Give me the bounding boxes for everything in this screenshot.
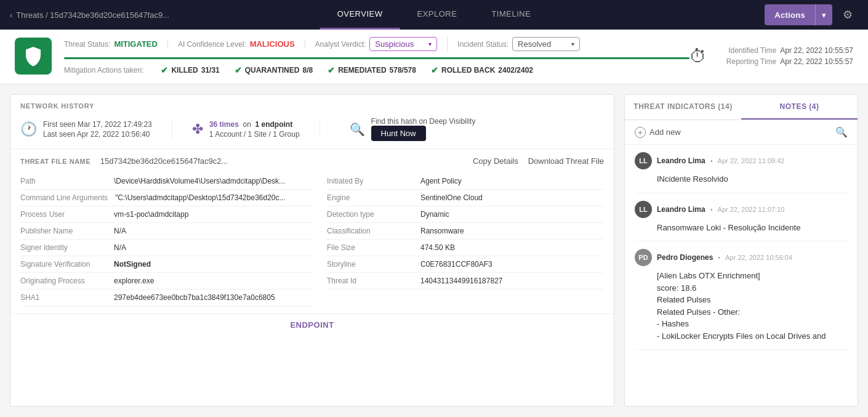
analyst-verdict-dropdown[interactable]: Suspicious ▾: [369, 37, 437, 51]
threat-details-grid: Path \Device\HarddiskVolume4\Users\admdc…: [20, 173, 604, 306]
threat-file-name-group: THREAT FILE NAME 15d7342be36d20ce615647f…: [20, 156, 228, 166]
add-new-button[interactable]: + Add new: [635, 127, 681, 138]
top-navigation: ‹ Threats / 15d7342be36d20ce615647fac9..…: [0, 0, 868, 30]
actions-button[interactable]: Actions ▾: [765, 4, 832, 25]
endpoint-text: 36 times on 1 endpoint 1 Account / 1 Sit…: [209, 120, 300, 139]
plus-icon: +: [635, 127, 646, 138]
clock-stat-icon: 🕐: [20, 121, 37, 137]
note-3-body: [Alien Labs OTX Enrichment] score: 18.6 …: [635, 270, 848, 342]
settings-button[interactable]: ⚙: [837, 4, 858, 25]
note-item-1: LL Leandro Lima • Apr 22, 2022 11:09:42 …: [635, 145, 848, 193]
status-bar: Threat Status: MITIGATED AI Confidence L…: [0, 30, 868, 84]
detail-file-size: File Size 474.50 KB: [327, 240, 604, 256]
detail-initiated-by: Initiated By Agent Policy: [327, 173, 604, 190]
panel-tabs: THREAT INDICATORS (14) NOTES (4): [625, 95, 858, 120]
notes-list: LL Leandro Lima • Apr 22, 2022 11:09:42 …: [625, 145, 858, 406]
analyst-verdict-label: Analyst Verdict:: [315, 40, 366, 49]
note-3-avatar: PD: [635, 249, 652, 266]
status-fields: Threat Status: MITIGATED AI Confidence L…: [64, 37, 689, 75]
note-1-author: Leandro Lima: [657, 156, 705, 165]
check-circle-icon-3: ✔: [328, 65, 335, 75]
analyst-verdict-dropdown-value: Suspicious: [375, 39, 414, 49]
copy-details-button[interactable]: Copy Details: [473, 156, 518, 166]
ai-confidence-field: AI Confidence Level: MALICIOUS: [178, 39, 305, 49]
status-row-top: Threat Status: MITIGATED AI Confidence L…: [64, 37, 689, 51]
threat-actions: Copy Details Download Threat File: [473, 156, 604, 166]
hunt-block: 🔍 Find this hash on Deep Visibility Hunt…: [340, 117, 476, 141]
detail-process-user: Process User vm-s1-poc\admdcitapp: [20, 206, 312, 223]
times-endpoint: 36 times on 1 endpoint: [209, 120, 300, 129]
note-1-body: INcidente Resolvido: [635, 173, 848, 185]
detail-publisher: Publisher Name N/A: [20, 223, 312, 240]
identified-time: Identified Time Apr 22, 2022 10:55:57: [728, 46, 853, 55]
quarantined-label: QUARANTINED: [245, 66, 300, 75]
chevron-down-icon-2: ▾: [571, 41, 574, 47]
detail-cmd-args: Command Line Arguments "C:\Users\admdcit…: [20, 190, 312, 206]
time-info: Identified Time Apr 22, 2022 10:55:57 Re…: [726, 46, 853, 66]
network-stats: 🕐 First seen Mar 17, 2022 17:49:23 Last …: [20, 117, 604, 141]
note-1-avatar: LL: [635, 152, 652, 169]
nav-tabs: OVERVIEW EXPLORE TIMELINE: [320, 0, 549, 30]
tab-timeline[interactable]: TIMELINE: [474, 0, 548, 30]
note-1-header: LL Leandro Lima • Apr 22, 2022 11:09:42: [635, 152, 848, 169]
compass-icon: ✤: [192, 121, 203, 137]
incident-status-dropdown[interactable]: Resolved ▾: [512, 37, 580, 51]
check-circle-icon-4: ✔: [431, 65, 438, 75]
analyst-verdict-field: Analyst Verdict: Suspicious ▾: [315, 37, 448, 51]
gear-icon: ⚙: [843, 8, 853, 22]
tab-notes[interactable]: NOTES (4): [741, 95, 858, 119]
detail-threat-id: Threat Id 14043113449916187827: [327, 273, 604, 289]
download-threat-file-button[interactable]: Download Threat File: [528, 156, 604, 166]
tab-overview[interactable]: OVERVIEW: [320, 0, 400, 30]
tab-explore[interactable]: EXPLORE: [400, 0, 474, 30]
detail-engine: Engine SentinelOne Cloud: [327, 190, 604, 206]
main-content: NETWORK HISTORY 🕐 First seen Mar 17, 202…: [0, 84, 868, 416]
panel-search-icon[interactable]: 🔍: [835, 126, 848, 138]
actions-dropdown-arrow[interactable]: ▾: [815, 4, 832, 25]
hunt-text: Find this hash on Deep Visibility Hunt N…: [371, 117, 476, 141]
reporting-time: Reporting Time Apr 22, 2022 10:55:57: [726, 57, 853, 66]
rolled-back-count: 2402/2402: [498, 66, 533, 75]
check-circle-icon: ✔: [161, 65, 168, 75]
killed-item: ✔ KILLED 31/31: [161, 65, 219, 75]
detail-detection-type: Detection type Dynamic: [327, 206, 604, 223]
detail-path: Path \Device\HarddiskVolume4\Users\admdc…: [20, 173, 312, 190]
time-section: ⏱ Identified Time Apr 22, 2022 10:55:57 …: [689, 46, 853, 67]
threat-file-section: THREAT FILE NAME 15d7342be36d20ce615647f…: [10, 149, 614, 314]
note-item-2: LL Leandro Lima • Apr 22, 2022 11:07:10 …: [635, 193, 848, 242]
threat-file-name-label: THREAT FILE NAME: [20, 158, 90, 165]
check-circle-icon-2: ✔: [235, 65, 242, 75]
clock-icon: ⏱: [689, 46, 707, 67]
quarantined-item: ✔ QUARANTINED 8/8: [235, 65, 313, 75]
rolled-back-label: ROLLED BACK: [441, 66, 495, 75]
threat-file-name-value: 15d7342be36d20ce615647fac9c2...: [100, 156, 228, 166]
incident-status-field: Incident Status: Resolved ▾: [457, 37, 590, 51]
killed-label: KILLED: [171, 66, 198, 75]
note-2-date: Apr 22, 2022 11:07:10: [718, 206, 785, 213]
shield-check-svg: [22, 45, 44, 67]
shield-icon: [15, 38, 52, 75]
ai-confidence-label: AI Confidence Level:: [178, 40, 246, 49]
remediated-label: REMEDIATED: [338, 66, 386, 75]
note-2-avatar: LL: [635, 201, 652, 218]
chevron-down-icon: ▾: [428, 41, 432, 47]
detail-storyline: Storyline C0E76831CCF80AF3: [327, 256, 604, 273]
note-2-body: Ransomware Loki - Resolução Incidente: [635, 222, 848, 234]
details-right: Initiated By Agent Policy Engine Sentine…: [312, 173, 604, 306]
right-panel: THREAT INDICATORS (14) NOTES (4) + Add n…: [624, 94, 858, 407]
detail-sha1: SHA1 297eb4dee673ee0bcb7ba1c3849f130e7a0…: [20, 289, 312, 306]
tab-threat-indicators[interactable]: THREAT INDICATORS (14): [625, 95, 741, 119]
network-history-section: NETWORK HISTORY 🕐 First seen Mar 17, 202…: [10, 95, 614, 149]
threat-status-value: MITIGATED: [114, 39, 158, 49]
nav-right: Actions ▾ ⚙: [765, 4, 858, 25]
hunt-now-button[interactable]: Hunt Now: [371, 126, 426, 141]
detail-classification: Classification Ransomware: [327, 223, 604, 240]
killed-count: 31/31: [201, 66, 220, 75]
endpoint-area: ENDPOINT: [10, 314, 614, 336]
details-left: Path \Device\HarddiskVolume4\Users\admdc…: [20, 173, 312, 306]
add-new-label: Add new: [649, 128, 681, 137]
threat-file-header: THREAT FILE NAME 15d7342be36d20ce615647f…: [20, 156, 604, 166]
detail-originating: Originating Process explorer.exe: [20, 273, 312, 289]
note-3-date: Apr 22, 2022 10:56:04: [725, 254, 792, 261]
incident-status-label: Incident Status:: [457, 40, 508, 49]
